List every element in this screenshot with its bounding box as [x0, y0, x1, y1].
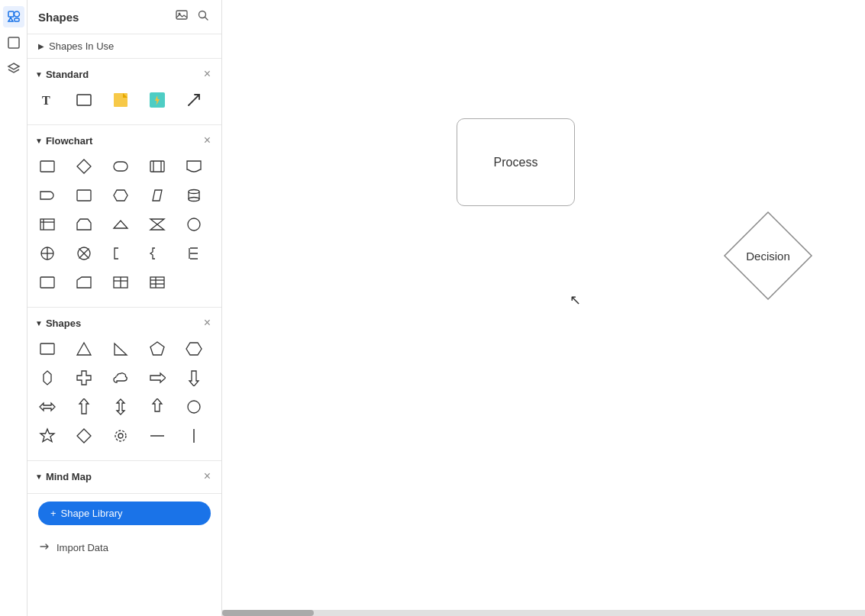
shape-circle[interactable] — [180, 393, 208, 421]
fc-parallelogram[interactable] — [144, 182, 171, 209]
shape-dbl-arrow-v[interactable] — [107, 393, 134, 421]
fc-or[interactable] — [70, 240, 98, 267]
shape-hexagon[interactable] — [180, 335, 208, 363]
mindmap-arrow-icon: ▼ — [35, 472, 43, 481]
flowchart-section: ▼ Flowchart × — [27, 125, 221, 308]
standard-shape-rect[interactable] — [70, 86, 98, 114]
import-data-label: Import Data — [56, 542, 108, 553]
search-icon[interactable] — [195, 8, 211, 26]
svg-rect-0 — [8, 11, 14, 17]
mindmap-section-toggle[interactable]: ▼ Mind Map — [35, 471, 92, 482]
shape-arrow-down[interactable] — [180, 364, 208, 392]
shape-library-button[interactable]: + Shape Library — [38, 502, 211, 525]
standard-shape-callout[interactable] — [144, 86, 171, 114]
page-tool-icon — [7, 36, 21, 50]
image-icon[interactable] — [174, 8, 189, 26]
fc-annotation3[interactable] — [180, 240, 208, 267]
fc-annotation2[interactable] — [144, 240, 171, 267]
decision-shape-label: Decision — [746, 250, 790, 263]
svg-rect-9 — [114, 93, 127, 107]
shapes-header-icons — [174, 8, 211, 26]
page-tool-button[interactable] — [3, 32, 24, 53]
fc-sort[interactable] — [180, 211, 208, 238]
fc-int-storage[interactable] — [34, 211, 61, 238]
left-toolbar — [0, 0, 27, 616]
fc-manual-input[interactable] — [70, 269, 98, 296]
shape-library-label: Shape Library — [61, 508, 123, 519]
import-data-item[interactable]: Import Data — [27, 533, 221, 563]
fc-hexagon[interactable] — [107, 182, 134, 209]
fc-terminal[interactable] — [107, 153, 134, 180]
standard-shape-note[interactable] — [107, 86, 134, 114]
shape-dbl-arrow-h[interactable] — [34, 393, 61, 421]
flowchart-section-close[interactable]: × — [204, 134, 211, 147]
shape-hexagon2[interactable] — [34, 364, 61, 392]
flowchart-section-toggle[interactable]: ▼ Flowchart — [35, 135, 92, 147]
shape-line-h[interactable] — [144, 422, 171, 450]
fc-alternate[interactable] — [70, 182, 98, 209]
svg-rect-37 — [40, 343, 54, 354]
shape-pentagon[interactable] — [144, 335, 171, 363]
shape-line-v[interactable] — [180, 422, 208, 450]
shape-arrow-up[interactable] — [70, 393, 98, 421]
fc-decision[interactable] — [70, 153, 98, 180]
decision-shape[interactable]: Decision — [703, 206, 833, 305]
shape-rect[interactable] — [34, 335, 61, 363]
shape-arrow-right[interactable] — [144, 364, 171, 392]
mindmap-section-close[interactable]: × — [204, 470, 211, 482]
shape-cross[interactable] — [70, 364, 98, 392]
fc-table2[interactable] — [144, 269, 171, 296]
shapes-section-close[interactable]: × — [204, 317, 211, 329]
fc-annotation[interactable] — [107, 240, 134, 267]
shape-star[interactable] — [34, 422, 61, 450]
fc-summing-junction[interactable] — [34, 240, 61, 267]
layers-tool-button[interactable] — [3, 58, 24, 79]
svg-point-38 — [188, 401, 200, 413]
shape-right-triangle[interactable] — [107, 335, 134, 363]
process-shape-label: Process — [494, 156, 538, 169]
canvas-scrollbar[interactable] — [222, 610, 865, 616]
svg-rect-2 — [15, 18, 19, 21]
standard-section-label: Standard — [46, 69, 89, 80]
standard-shape-text[interactable]: T — [34, 86, 61, 114]
standard-section-header: ▼ Standard × — [27, 65, 221, 85]
standard-shape-grid: T — [27, 85, 221, 118]
shape-arrow-vert[interactable] — [144, 393, 171, 421]
shapes-in-use-section[interactable]: ▶ Shapes In Use — [27, 34, 221, 59]
shapes-panel-header: Shapes — [27, 0, 221, 34]
svg-rect-8 — [77, 95, 91, 105]
fc-table1[interactable] — [107, 269, 134, 296]
standard-shape-arrow[interactable] — [180, 86, 208, 114]
process-shape[interactable]: Process — [457, 118, 575, 206]
fc-cylinder[interactable] — [180, 182, 208, 209]
fc-collate[interactable] — [144, 211, 171, 238]
canvas-area[interactable]: Process Decision ↖ — [222, 0, 865, 616]
shape-diamond[interactable] — [70, 422, 98, 450]
svg-rect-13 — [150, 161, 164, 172]
svg-point-39 — [118, 434, 123, 438]
cursor-indicator: ↖ — [570, 292, 581, 308]
shapes-tool-button[interactable] — [3, 6, 24, 27]
shapes-tool-icon — [7, 10, 21, 24]
canvas-scrollbar-thumb[interactable] — [222, 610, 314, 616]
svg-rect-4 — [176, 11, 187, 19]
svg-point-18 — [189, 198, 199, 202]
fc-process[interactable] — [34, 153, 61, 180]
fc-loop-limit[interactable] — [70, 211, 98, 238]
fc-start-end[interactable] — [34, 269, 61, 296]
fc-delay[interactable] — [34, 182, 61, 209]
standard-section-close[interactable]: × — [204, 68, 211, 80]
fc-predefined[interactable] — [144, 153, 171, 180]
fc-extract[interactable] — [107, 211, 134, 238]
shape-triangle[interactable] — [70, 335, 98, 363]
shapes-panel: Shapes ▶ Shapes In Use ▼ Standard × T — [27, 0, 222, 616]
shape-cloud[interactable] — [107, 364, 134, 392]
svg-rect-19 — [40, 219, 54, 230]
svg-point-17 — [189, 190, 199, 194]
shapes-section: ▼ Shapes × — [27, 308, 221, 461]
standard-section-toggle[interactable]: ▼ Standard — [35, 69, 89, 80]
shape-gear[interactable] — [107, 422, 134, 450]
fc-document[interactable] — [180, 153, 208, 180]
svg-point-22 — [188, 218, 200, 231]
shapes-section-toggle[interactable]: ▼ Shapes — [35, 318, 81, 329]
